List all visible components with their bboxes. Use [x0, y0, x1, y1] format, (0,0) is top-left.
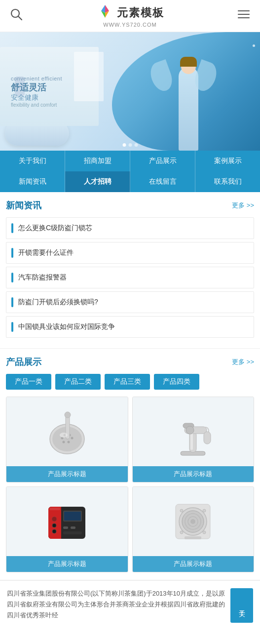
company-intro: 四川省茶业集团股份有限公司(以下简称川茶集团)于2013年10月成立，是以原四川… — [0, 580, 260, 628]
news-section: 新闻资讯 更多 >> 怎么更换C级防盗门锁芯 开锁需要什么证件 汽车防盗报警器 … — [0, 192, 260, 348]
menu-icon[interactable] — [237, 9, 250, 23]
hero-text-block: convenient efficient 舒适灵活 安全健康 flexibili… — [11, 76, 62, 108]
svg-point-45 — [190, 519, 195, 524]
news-item-text: 怎么更换C级防盗门锁芯 — [18, 224, 92, 233]
svg-point-33 — [52, 517, 57, 522]
product-img-1 — [6, 397, 128, 466]
nav-products[interactable]: 产品展示 — [130, 151, 195, 171]
product-label-4: 产品展示标题 — [133, 556, 254, 572]
news-bar-icon — [11, 248, 13, 258]
svg-point-49 — [203, 531, 206, 534]
svg-rect-19 — [65, 412, 71, 418]
product-tab-4[interactable]: 产品四类 — [154, 374, 199, 390]
product-tab-2[interactable]: 产品二类 — [55, 374, 101, 390]
nav-news[interactable]: 新闻资讯 — [0, 171, 65, 192]
product-img-3 — [6, 487, 128, 556]
nav-cases[interactable]: 案例展示 — [195, 151, 260, 171]
nav-contact[interactable]: 联系我们 — [195, 171, 260, 192]
faucet-icon — [166, 404, 220, 459]
product-card-1[interactable]: 产品展示标题 — [6, 397, 128, 483]
news-section-header: 新闻资讯 更多 >> — [6, 200, 254, 211]
svg-point-46 — [180, 509, 183, 512]
products-section-header: 产品展示 更多 >> — [6, 356, 254, 368]
product-grid: 产品展示标题 — [6, 397, 254, 572]
carousel-dots — [122, 143, 138, 147]
svg-rect-38 — [63, 531, 82, 534]
news-item[interactable]: 汽车防盗报警器 — [6, 267, 254, 288]
svg-point-15 — [67, 441, 70, 443]
svg-point-47 — [203, 509, 206, 512]
logo-url: WWW.YS720.COM — [103, 22, 156, 28]
news-item-text: 防盗门开锁后必须换锁吗? — [18, 298, 98, 307]
product-label-3: 产品展示标题 — [6, 556, 128, 572]
hero-text-en2: flexibility and comfort — [11, 102, 62, 108]
svg-rect-32 — [64, 512, 81, 521]
hero-text-cn2: 安全健康 — [11, 93, 62, 102]
company-description: 四川省茶业集团股份有限公司(以下简称川茶集团)于2013年10月成立，是以原四川… — [7, 588, 228, 621]
news-item-text: 中国锁具业该如何应对国际竞争 — [18, 322, 115, 331]
header: 元素模板 WWW.YS720.COM — [0, 0, 260, 32]
news-item[interactable]: 怎么更换C级防盗门锁芯 — [6, 217, 254, 239]
logo-diamond-icon — [96, 4, 114, 22]
product-card-2[interactable]: 产品展示标题 — [132, 397, 255, 483]
product-img-2 — [133, 397, 254, 466]
nav-franchise[interactable]: 招商加盟 — [65, 151, 130, 171]
product-label-2: 产品展示标题 — [133, 466, 254, 482]
news-item-text: 汽车防盗报警器 — [18, 273, 67, 282]
svg-rect-24 — [204, 432, 211, 444]
svg-rect-26 — [190, 433, 193, 450]
svg-rect-30 — [57, 507, 61, 539]
svg-point-13 — [71, 437, 73, 440]
news-item[interactable]: 开锁需要什么证件 — [6, 242, 254, 264]
news-item[interactable]: 中国锁具业该如何应对国际竞争 — [6, 316, 254, 338]
product-tabs: 产品一类 产品二类 产品三类 产品四类 — [6, 374, 254, 390]
about-button[interactable]: 关于 — [230, 588, 253, 623]
svg-point-35 — [52, 529, 56, 533]
svg-rect-37 — [71, 526, 75, 529]
svg-rect-39 — [49, 508, 60, 510]
svg-point-48 — [180, 531, 183, 534]
news-more-link[interactable]: 更多 >> — [232, 201, 254, 210]
svg-point-20 — [60, 433, 68, 438]
news-list: 怎么更换C级防盗门锁芯 开锁需要什么证件 汽车防盗报警器 防盗门开锁后必须换锁吗… — [6, 217, 254, 338]
logo-text: 元素模板 — [117, 5, 164, 20]
nav-about[interactable]: 关于我们 — [0, 151, 65, 171]
svg-point-27 — [186, 426, 194, 434]
device-icon — [43, 497, 90, 546]
nav-row-1: 关于我们 招商加盟 产品展示 案例展示 — [0, 151, 260, 171]
svg-line-1 — [18, 16, 22, 20]
product-label-1: 产品展示标题 — [6, 466, 128, 482]
svg-point-14 — [62, 441, 65, 443]
product-card-3[interactable]: 产品展示标题 — [6, 486, 128, 572]
logo: 元素模板 WWW.YS720.COM — [96, 4, 164, 28]
hero-text-en1: convenient efficient — [11, 76, 62, 81]
news-bar-icon — [11, 297, 13, 307]
products-section: 产品展示 更多 >> 产品一类 产品二类 产品三类 产品四类 — [0, 348, 260, 580]
news-bar-icon — [11, 273, 13, 282]
news-section-title: 新闻资讯 — [6, 200, 41, 211]
news-bar-icon — [11, 322, 13, 332]
svg-rect-50 — [185, 536, 201, 539]
nav-recruitment[interactable]: 人才招聘 — [65, 171, 130, 192]
hero-text-cn1: 舒适灵活 — [11, 81, 62, 93]
product-tab-3[interactable]: 产品三类 — [105, 374, 150, 390]
round-device-icon — [171, 497, 215, 546]
products-more-link[interactable]: 更多 >> — [232, 358, 254, 366]
hero-banner: convenient efficient 舒适灵活 安全健康 flexibili… — [0, 32, 260, 151]
product-img-4 — [133, 487, 254, 556]
search-icon[interactable] — [10, 8, 23, 24]
svg-point-34 — [52, 523, 56, 527]
nav-message[interactable]: 在线留言 — [130, 171, 195, 192]
nav-row-2: 新闻资讯 人才招聘 在线留言 联系我们 — [0, 171, 260, 192]
product-tab-1[interactable]: 产品一类 — [6, 374, 51, 390]
shower-icon — [45, 404, 89, 459]
products-section-title: 产品展示 — [6, 356, 41, 368]
news-item[interactable]: 防盗门开锁后必须换锁吗? — [6, 291, 254, 313]
company-text: 四川省茶业集团股份有限公司(以下简称川茶集团)于2013年10月成立，是以原四川… — [7, 588, 253, 621]
news-bar-icon — [11, 223, 13, 233]
news-item-text: 开锁需要什么证件 — [18, 248, 74, 257]
product-card-4[interactable]: 产品展示标题 — [132, 486, 255, 572]
svg-rect-36 — [63, 526, 68, 529]
